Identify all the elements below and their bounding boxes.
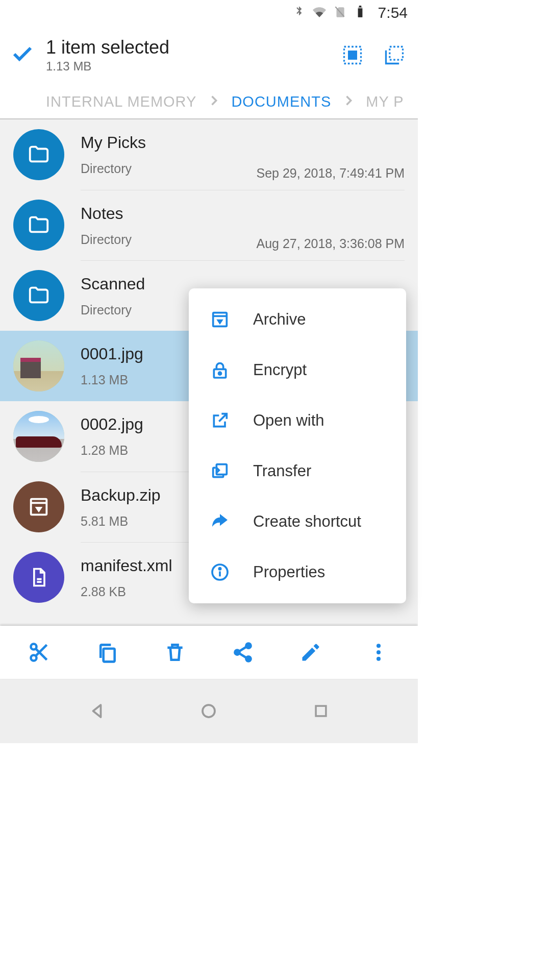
svg-rect-1	[359, 6, 361, 7]
menu-label: Open with	[253, 411, 324, 430]
document-file-icon	[13, 552, 64, 603]
back-button[interactable]	[82, 696, 112, 726]
selection-size: 1.13 MB	[46, 59, 326, 74]
svg-point-4	[31, 655, 36, 661]
select-all-button[interactable]	[337, 40, 368, 70]
file-subtitle: Directory	[81, 161, 146, 176]
copy-button[interactable]	[89, 634, 125, 670]
list-item[interactable]: My Picks Directory Sep 29, 2018, 7:49:41…	[0, 119, 418, 190]
breadcrumb: INTERNAL MEMORY DOCUMENTS MY P	[0, 85, 418, 118]
clock-text: 7:54	[378, 4, 408, 21]
file-subtitle: Directory	[81, 232, 132, 247]
lock-icon	[209, 359, 231, 381]
file-subtitle: 1.13 MB	[81, 373, 143, 387]
shortcut-icon	[209, 511, 231, 532]
breadcrumb-my-p[interactable]: MY P	[366, 93, 404, 110]
menu-create-shortcut[interactable]: Create shortcut	[189, 499, 406, 545]
svg-point-11	[377, 650, 381, 654]
file-name: manifest.xml	[81, 556, 172, 575]
system-nav-bar	[0, 679, 418, 743]
cut-button[interactable]	[21, 634, 57, 670]
file-name: My Picks	[81, 133, 146, 152]
menu-encrypt[interactable]: Encrypt	[189, 347, 406, 393]
svg-point-20	[219, 568, 220, 569]
menu-label: Create shortcut	[253, 512, 361, 531]
archive-file-icon	[13, 481, 64, 532]
rename-button[interactable]	[293, 634, 329, 670]
file-subtitle: 5.81 MB	[81, 514, 161, 529]
bluetooth-icon	[292, 5, 306, 20]
archive-icon	[209, 309, 231, 330]
file-subtitle: Directory	[81, 303, 145, 317]
recents-button[interactable]	[306, 696, 336, 726]
svg-point-13	[203, 705, 215, 717]
file-date: Aug 27, 2018, 3:36:08 PM	[257, 236, 405, 251]
chevron-right-icon	[207, 93, 221, 110]
menu-archive[interactable]: Archive	[189, 297, 406, 342]
file-name: Scanned	[81, 275, 145, 293]
list-item[interactable]: Notes Directory Aug 27, 2018, 3:36:08 PM	[0, 190, 418, 260]
share-button[interactable]	[225, 634, 261, 670]
menu-label: Transfer	[253, 462, 311, 480]
selection-header: 1 item selected 1.13 MB	[0, 26, 418, 85]
invert-selection-button[interactable]	[379, 40, 410, 70]
image-thumbnail	[13, 340, 64, 391]
action-toolbar	[0, 626, 418, 679]
menu-label: Properties	[253, 563, 325, 581]
done-button[interactable]	[10, 42, 35, 68]
file-name: Notes	[81, 204, 132, 223]
menu-label: Encrypt	[253, 361, 307, 379]
svg-rect-6	[103, 649, 114, 662]
svg-rect-0	[358, 9, 362, 17]
no-sim-icon	[333, 5, 346, 20]
folder-icon	[13, 129, 64, 180]
svg-point-10	[377, 644, 381, 648]
svg-point-17	[219, 372, 221, 375]
delete-button[interactable]	[157, 634, 193, 670]
svg-rect-14	[316, 706, 326, 716]
chevron-right-icon	[341, 93, 356, 110]
breadcrumb-documents[interactable]: DOCUMENTS	[231, 93, 331, 110]
menu-properties[interactable]: Properties	[189, 549, 406, 595]
menu-transfer[interactable]: Transfer	[189, 448, 406, 494]
folder-icon	[13, 200, 64, 251]
status-bar: 7:54	[0, 0, 418, 26]
breadcrumb-internal-memory[interactable]: INTERNAL MEMORY	[46, 93, 196, 110]
info-icon	[209, 561, 231, 583]
context-menu: Archive Encrypt Open with Transfer Creat…	[189, 288, 406, 603]
file-name: 0002.jpg	[81, 415, 143, 434]
home-button[interactable]	[193, 696, 224, 726]
svg-point-5	[31, 644, 36, 650]
transfer-icon	[209, 460, 231, 482]
selection-title: 1 item selected	[46, 37, 326, 58]
file-subtitle: 2.88 KB	[81, 584, 172, 599]
folder-icon	[13, 270, 64, 321]
file-name: 0001.jpg	[81, 345, 143, 363]
file-date: Sep 29, 2018, 7:49:41 PM	[257, 166, 405, 181]
svg-point-12	[377, 657, 381, 661]
svg-rect-2	[349, 52, 357, 59]
file-name: Backup.zip	[81, 486, 161, 505]
battery-icon	[354, 5, 367, 20]
menu-label: Archive	[253, 310, 306, 329]
file-subtitle: 1.28 MB	[81, 443, 143, 458]
wifi-icon	[313, 5, 326, 20]
menu-open-with[interactable]: Open with	[189, 398, 406, 444]
more-button[interactable]	[361, 634, 396, 670]
image-thumbnail	[13, 411, 64, 462]
open-icon	[209, 410, 231, 431]
